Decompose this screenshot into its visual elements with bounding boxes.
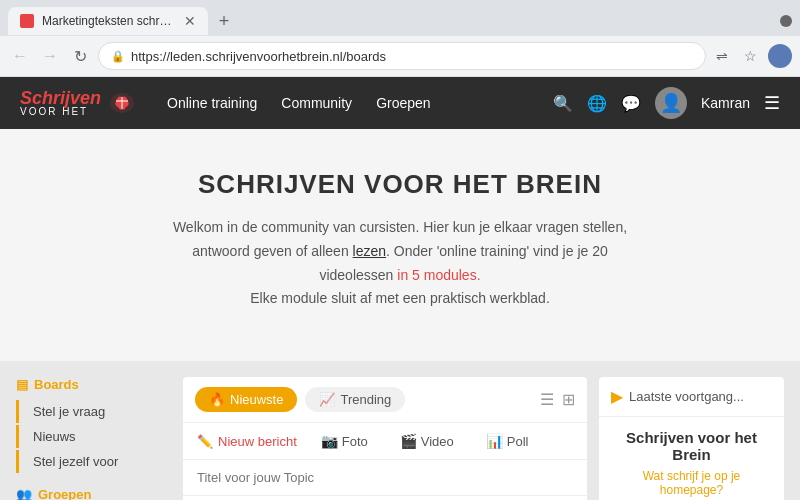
tab-nieuwste[interactable]: 🔥 Nieuwste: [195, 387, 297, 412]
tab-trending[interactable]: 📈 Trending: [305, 387, 405, 412]
nav-community[interactable]: Community: [281, 95, 352, 111]
poll-label: Poll: [507, 434, 529, 449]
course-subtitle: Wat schrijf je op je homepage?: [611, 469, 772, 497]
nav-online-training[interactable]: Online training: [167, 95, 257, 111]
globe-icon[interactable]: 🌐: [587, 94, 607, 113]
chat-icon[interactable]: 💬: [621, 94, 641, 113]
post-type-poll[interactable]: 📊 Poll: [478, 433, 537, 449]
back-button[interactable]: ←: [8, 44, 32, 68]
middle-panel: 🔥 Nieuwste 📈 Trending ☰ ⊞ ✏️ Nieuw beric…: [183, 377, 587, 500]
pencil-icon: ✏️: [197, 434, 213, 449]
post-type-foto[interactable]: 📷 Foto: [313, 433, 376, 449]
tab-trending-label: Trending: [340, 392, 391, 407]
browser-chrome: Marketingteksten schrijven ✕ + ← → ↻ 🔒 h…: [0, 0, 800, 77]
topic-title-input[interactable]: [183, 460, 587, 496]
boards-icon: ▤: [16, 377, 28, 392]
search-icon[interactable]: 🔍: [553, 94, 573, 113]
list-view-icon[interactable]: ☰: [540, 390, 554, 409]
hero-text: Welkom in de community van cursisten. Hi…: [170, 216, 630, 311]
site-header: Schrijven VOOR HET Online training Commu…: [0, 77, 800, 129]
hamburger-menu[interactable]: ☰: [764, 92, 780, 114]
sidebar: ▤ Boards Stel je vraag Nieuws Stel jezel…: [16, 377, 171, 500]
header-right: 🔍 🌐 💬 👤 Kamran ☰: [553, 87, 780, 119]
logo-voor: VOOR HET: [20, 107, 88, 117]
panel-tabs: 🔥 Nieuwste 📈 Trending ☰ ⊞: [183, 377, 587, 423]
tab-title: Marketingteksten schrijven: [42, 14, 172, 28]
sidebar-boards-header: ▤ Boards: [16, 377, 171, 392]
new-post-label-text: Nieuw bericht: [218, 434, 297, 449]
tab-bar: Marketingteksten schrijven ✕ +: [0, 0, 800, 36]
tab-nieuwste-label: Nieuwste: [230, 392, 283, 407]
main-nav: Online training Community Groepen: [167, 95, 533, 111]
panel-actions: ☰ ⊞: [540, 390, 575, 409]
play-icon: ▶: [611, 387, 623, 406]
sidebar-groepen-header: 👥 Groepen: [16, 487, 171, 500]
new-post-bar: ✏️ Nieuw bericht 📷 Foto 🎬 Video 📊 Poll: [183, 423, 587, 460]
course-title: Schrijven voor het Brein: [611, 429, 772, 463]
right-panel: ▶ Laatste voortgang... Schrijven voor he…: [599, 377, 784, 500]
main-content: ▤ Boards Stel je vraag Nieuws Stel jezel…: [0, 361, 800, 500]
logo-area[interactable]: Schrijven VOOR HET: [20, 88, 137, 118]
address-bar: ← → ↻ 🔒 https://leden.schrijvenvoorhetbr…: [0, 36, 800, 76]
foto-icon: 📷: [321, 433, 338, 449]
boards-label: Boards: [34, 377, 79, 392]
refresh-button[interactable]: ↻: [68, 44, 92, 68]
cast-icon[interactable]: ⇌: [712, 46, 732, 66]
groepen-label: Groepen: [38, 487, 91, 500]
foto-label: Foto: [342, 434, 368, 449]
sidebar-item-nieuws[interactable]: Nieuws: [16, 425, 171, 448]
user-name: Kamran: [701, 95, 750, 111]
brain-icon: [107, 88, 137, 118]
sidebar-item-stel-jezelf[interactable]: Stel jezelf voor: [16, 450, 171, 473]
active-tab[interactable]: Marketingteksten schrijven ✕: [8, 7, 208, 35]
sidebar-groepen-section: 👥 Groepen Je bent nog geen lid van een g…: [16, 487, 171, 500]
trending-icon: 📈: [319, 392, 335, 407]
tab-favicon: [20, 14, 34, 28]
profile-icon[interactable]: [768, 44, 792, 68]
hero-section: SCHRIJVEN VOOR HET BREIN Welkom in de co…: [0, 129, 800, 361]
url-text: https://leden.schrijvenvoorhetbrein.nl/b…: [131, 49, 693, 64]
poll-icon: 📊: [486, 433, 503, 449]
flame-icon: 🔥: [209, 392, 225, 407]
logo-schrijven: Schrijven: [20, 89, 101, 107]
tab-close-button[interactable]: ✕: [184, 13, 196, 29]
right-panel-title: Laatste voortgang...: [629, 389, 744, 404]
bookmark-icon[interactable]: ☆: [740, 46, 760, 66]
groepen-icon: 👥: [16, 487, 32, 500]
right-panel-body: Schrijven voor het Brein Wat schrijf je …: [599, 417, 784, 500]
url-bar[interactable]: 🔒 https://leden.schrijvenvoorhetbrein.nl…: [98, 42, 706, 70]
sidebar-item-stel[interactable]: Stel je vraag: [16, 400, 171, 423]
user-avatar[interactable]: 👤: [655, 87, 687, 119]
browser-actions: ⇌ ☆: [712, 44, 792, 68]
new-post-button[interactable]: ✏️ Nieuw bericht: [197, 434, 297, 449]
logo-text: Schrijven VOOR HET: [20, 89, 101, 117]
hero-title: SCHRIJVEN VOOR HET BREIN: [20, 169, 780, 200]
nav-groepen[interactable]: Groepen: [376, 95, 430, 111]
browser-menu-icon: [780, 15, 792, 27]
new-tab-button[interactable]: +: [212, 9, 236, 33]
lock-icon: 🔒: [111, 50, 125, 63]
right-panel-header: ▶ Laatste voortgang...: [599, 377, 784, 417]
website: Schrijven VOOR HET Online training Commu…: [0, 77, 800, 500]
video-label: Video: [421, 434, 454, 449]
grid-view-icon[interactable]: ⊞: [562, 390, 575, 409]
post-type-video[interactable]: 🎬 Video: [392, 433, 462, 449]
forward-button[interactable]: →: [38, 44, 62, 68]
video-icon: 🎬: [400, 433, 417, 449]
